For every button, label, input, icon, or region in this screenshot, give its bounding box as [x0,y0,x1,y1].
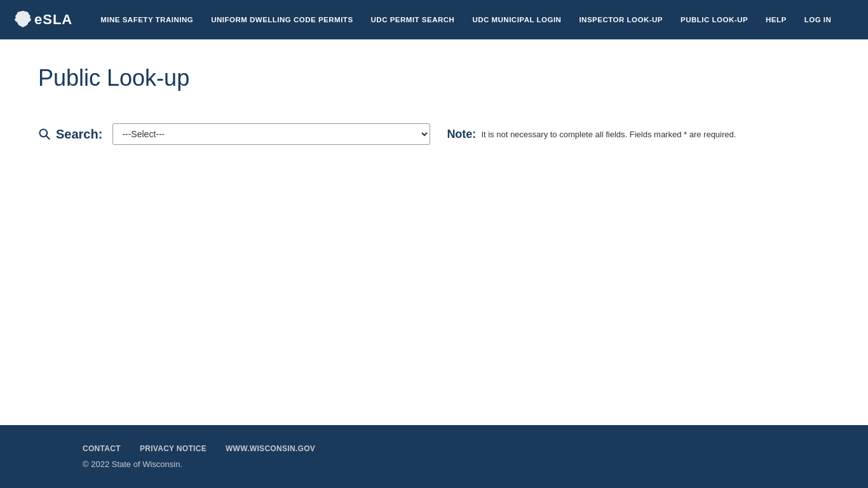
nav-public-lookup[interactable]: PUBLIC LOOK-UP [672,0,757,39]
site-footer: CONTACT PRIVACY NOTICE WWW.WISCONSIN.GOV… [0,425,868,488]
search-select[interactable]: ---Select--- [112,123,430,145]
nav-login[interactable]: LOG IN [796,0,841,39]
nav-inspector-lookup[interactable]: INSPECTOR LOOK-UP [570,0,672,39]
search-icon [38,128,51,140]
main-content: Public Look-up Search: ---Select--- Note… [0,39,868,425]
footer-privacy-link[interactable]: PRIVACY NOTICE [140,444,207,453]
note-label: Note: [447,128,476,141]
nav-mine-safety[interactable]: MINE SAFETY TRAINING [92,0,202,39]
logo-link[interactable]: eSLA [13,10,72,30]
nav-udc-municipal-login[interactable]: UDC MUNICIPAL LOGIN [463,0,570,39]
wi-state-icon [13,10,33,30]
search-text-label: Search: [56,127,102,142]
svg-line-1 [46,136,50,139]
main-nav: MINE SAFETY TRAINING UNIFORM DWELLING CO… [92,0,855,39]
footer-contact-link[interactable]: CONTACT [83,444,121,453]
nav-uniform-dwelling[interactable]: UNIFORM DWELLING CODE PERMITS [202,0,362,39]
page-title: Public Look-up [38,65,830,92]
footer-wisconsin-link[interactable]: WWW.WISCONSIN.GOV [226,444,315,453]
note-area: Note: It is not necessary to complete al… [447,128,736,141]
nav-udc-permit-search[interactable]: UDC PERMIT SEARCH [362,0,464,39]
nav-help[interactable]: HELP [757,0,796,39]
footer-links: CONTACT PRIVACY NOTICE WWW.WISCONSIN.GOV [83,444,785,453]
footer-copyright: © 2022 State of Wisconsin. [83,459,785,469]
note-text: It is not necessary to complete all fiel… [481,130,736,139]
search-label-group: Search: [38,127,102,142]
search-row: Search: ---Select--- Note: It is not nec… [38,123,830,145]
site-header: eSLA MINE SAFETY TRAINING UNIFORM DWELLI… [0,0,868,39]
svg-point-0 [40,130,48,137]
logo-text: eSLA [34,11,72,28]
